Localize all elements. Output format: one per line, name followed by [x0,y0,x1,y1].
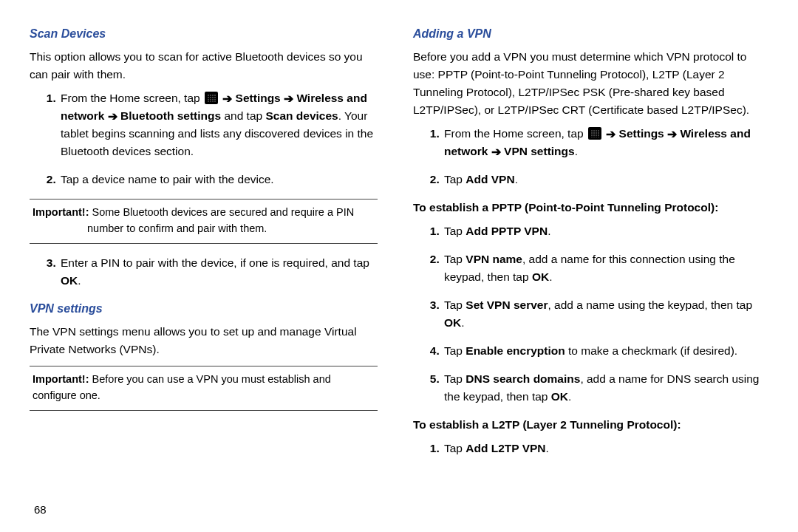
subheading-pptp: To establish a PPTP (Point-to-Point Tunn… [413,199,761,216]
note-text: Some Bluetooth devices are secured and r… [87,206,354,234]
subheading-l2tp: To establish a L2TP (Layer 2 Tunneling P… [413,416,761,434]
pptp-step-2: Tap VPN name, add a name for this connec… [443,250,761,286]
ok-label: OK [551,390,568,403]
t: . [549,270,552,283]
ok-label: OK [444,316,461,329]
heading-scan-devices: Scan Devices [30,25,378,44]
vpn-name-label: VPN name [466,253,522,265]
step1-post: . [575,145,578,157]
l2tp-step-1: Tap Add L2TP VPN. [443,440,761,457]
apps-grid-icon [205,92,218,104]
adding-vpn-intro: Before you add a VPN you must determine … [413,48,761,119]
page-number: 68 [34,503,47,516]
note-label: Important!: [33,206,89,218]
add-vpn-label: Add VPN [466,173,514,185]
pptp-steps: Tap Add PPTP VPN. Tap VPN name, add a na… [420,222,761,406]
scan-steps-cont: Enter a PIN to pair with the device, if … [37,254,378,290]
step2-pre: Tap [444,173,466,185]
ok-label: OK [532,270,549,283]
t: , add a name using the keypad, then tap [548,299,752,311]
dns-search-domains-label: DNS search domains [466,372,580,385]
arrow-icon: ➔ [108,108,117,126]
pptp-step-1: Tap Add PPTP VPN. [443,222,761,240]
arrow-icon: ➔ [222,90,232,108]
left-column: Scan Devices This option allows you to s… [30,22,381,525]
step1-pre: From the Home screen, tap [61,92,203,104]
step2-post: . [515,173,518,185]
scan-step-3: Enter a PIN to pair with the device, if … [59,254,378,290]
scan-intro: This option allows you to scan for activ… [30,48,378,83]
page: Scan Devices This option allows you to s… [0,0,798,532]
t: . [568,390,571,403]
note-label: Important!: [33,373,89,385]
scan-step-1: From the Home screen, tap ➔ Settings ➔ W… [59,89,378,160]
arrow-icon: ➔ [284,90,293,108]
step1-pre: From the Home screen, tap [444,127,587,140]
t: . [461,316,464,329]
pptp-step-3: Tap Set VPN server, add a name using the… [443,296,761,332]
step3-post: . [78,274,81,287]
t: . [548,225,550,237]
t: Tap [444,225,466,237]
enable-encryption-label: Enable encryption [466,344,565,357]
add-vpn-step-2: Tap Add VPN. [443,171,761,188]
add-pptp-vpn-label: Add PPTP VPN [466,225,548,237]
t: Tap [444,299,466,311]
apps-grid-icon [588,127,601,140]
t: Tap [444,442,466,454]
l2tp-steps: Tap Add L2TP VPN. [420,440,761,457]
heading-adding-vpn: Adding a VPN [413,25,761,44]
important-note-bluetooth: Important!: Some Bluetooth devices are s… [30,199,378,244]
path-settings: Settings [236,92,281,104]
path-vpn-settings: VPN settings [504,145,575,157]
ok-label: OK [61,274,78,287]
step3-pre: Enter a PIN to pair with the device, if … [61,256,369,269]
scan-step-2: Tap a device name to pair with the devic… [59,171,378,188]
t: Tap [444,253,466,265]
t: Tap [444,344,466,357]
heading-vpn-settings: VPN settings [30,300,378,318]
right-column: Adding a VPN Before you add a VPN you mu… [410,22,768,525]
scan-steps: From the Home screen, tap ➔ Settings ➔ W… [37,89,378,188]
set-vpn-server-label: Set VPN server [466,299,548,311]
scan-devices-label: Scan devices [265,109,338,122]
t: to make a checkmark (if desired). [565,344,737,357]
add-vpn-steps: From the Home screen, tap ➔ Settings ➔ W… [420,125,761,188]
path-bluetooth-settings: Bluetooth settings [120,109,221,122]
add-l2tp-vpn-label: Add L2TP VPN [466,442,545,454]
vpn-intro: The VPN settings menu allows you to set … [30,323,378,358]
t: Tap [444,372,466,385]
important-note-vpn: Important!: Before you can use a VPN you… [30,366,378,411]
path-settings: Settings [619,127,664,140]
and-tap: and tap [224,109,265,122]
arrow-icon: ➔ [606,126,615,143]
t: . [546,442,549,454]
arrow-icon: ➔ [491,143,501,161]
arrow-icon: ➔ [667,126,677,143]
pptp-step-5: Tap DNS search domains, add a name for D… [443,370,761,406]
pptp-step-4: Tap Enable encryption to make a checkmar… [443,342,761,360]
add-vpn-step-1: From the Home screen, tap ➔ Settings ➔ W… [443,125,761,160]
